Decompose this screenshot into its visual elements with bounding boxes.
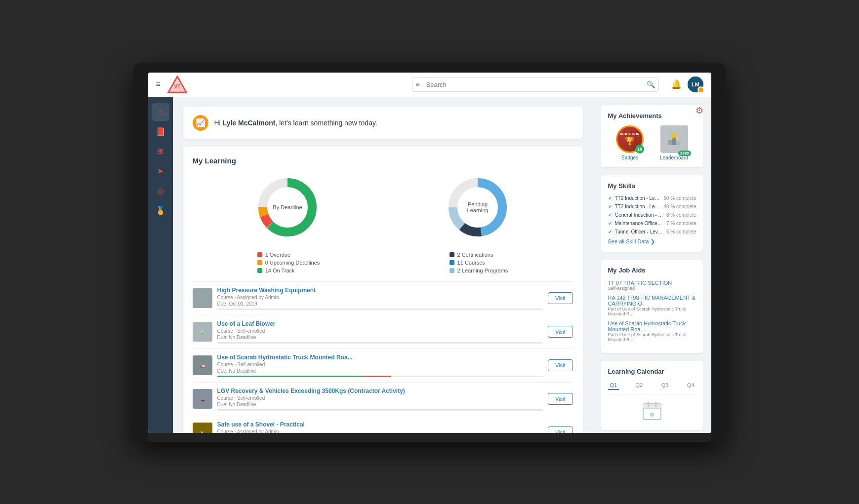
visit-button[interactable]: Visit (548, 359, 573, 371)
legend-row: 1 Overdue 0 Upcoming Deadlines 14 On Tra… (193, 252, 573, 273)
svg-text:VT: VT (174, 84, 180, 89)
badge-circle: INDUCTION 🏆 16 (616, 125, 644, 153)
skill-percent: 8 % complete (666, 212, 696, 218)
sidebar-item-grid[interactable]: ⊞ (152, 143, 169, 160)
course-meta: Course · Self-enrolled (217, 362, 543, 367)
book-icon: 📕 (156, 127, 165, 136)
skill-percent: 50 % complete (663, 195, 696, 201)
job-aid-link[interactable]: Use of Scarab Hydrostatic Truck Mounted … (608, 320, 696, 332)
ontrack-label: 14 On Track (265, 268, 295, 273)
badge-emoji: 🏆 (620, 136, 640, 146)
job-aids-title: My Job Aids (608, 267, 696, 274)
avatar[interactable]: LM (688, 77, 703, 92)
logo: VT (166, 76, 188, 93)
see-all-skill-link[interactable]: See all Skill Data ❯ (608, 238, 696, 245)
visit-button[interactable]: Visit (548, 393, 573, 405)
course-progress-fill (217, 376, 364, 377)
charts-row: By Deadline (193, 173, 573, 242)
svg-text:🔧: 🔧 (200, 296, 205, 301)
svg-text:🚗: 🚗 (200, 397, 205, 402)
job-aid-link[interactable]: RA 142 TRAFFIC MANAGEMENT & CARRYING O (608, 295, 696, 307)
sidebar-item-book[interactable]: 📕 (152, 123, 169, 141)
medal-icon: 🏅 (156, 206, 165, 215)
skill-item: ✔ Tunnel Officer - Level 2 5 % complete (608, 229, 696, 234)
home-icon: ⌂ (158, 108, 163, 116)
topbar: ≡ VT ≡ 🔍 🔔 LM (148, 73, 711, 97)
quarter-q3[interactable]: Q3 (659, 381, 671, 390)
course-title[interactable]: Use of a Leaf Blower (217, 320, 543, 327)
visit-button[interactable]: Visit (548, 326, 573, 338)
quarter-q1[interactable]: Q1 (608, 381, 619, 390)
svg-rect-28 (676, 141, 680, 145)
target-icon: ◎ (157, 186, 164, 195)
legend-left: 1 Overdue 0 Upcoming Deadlines 14 On Tra… (257, 252, 320, 273)
job-aid-sub: Part of Use of Scarab Hydrostatic Truck … (608, 332, 696, 342)
ontrack-dot (257, 268, 262, 273)
skill-item: ✔ TT2 Induction - Level 3 50 % complete (608, 195, 696, 201)
skill-name[interactable]: General Induction - L... (615, 212, 663, 218)
skill-name[interactable]: Maintenance Officer -... (615, 221, 663, 226)
course-list: 🔧 High Pressure Washing Equipment Course… (193, 281, 573, 433)
course-info: High Pressure Washing Equipment Course ·… (217, 287, 543, 310)
legend-right: 2 Certifications 11 Courses 2 Learning P… (450, 252, 508, 273)
sidebar-item-medal[interactable]: 🏅 (152, 202, 169, 220)
topbar-right: 🔔 LM (671, 77, 703, 92)
quarter-q2[interactable]: Q2 (634, 381, 645, 390)
course-title[interactable]: Use of Scarab Hydrostatic Truck Mounted … (217, 354, 543, 361)
skill-name[interactable]: Tunnel Officer - Level 2 (615, 229, 663, 234)
courses-label: 11 Courses (457, 260, 485, 266)
legend-upcoming: 0 Upcoming Deadlines (257, 260, 320, 266)
svg-text:LM: LM (692, 81, 699, 87)
pending-label: Pending Learning (460, 201, 495, 213)
greeting-card: 📈 Hi Lyle McCalmont, let's learn somethi… (183, 107, 583, 139)
course-meta: Course · Assigned by Admin (217, 429, 543, 433)
pending-donut: Pending Learning (443, 173, 512, 242)
course-meta: Course · Self-enrolled (217, 395, 543, 401)
notification-bell-icon[interactable]: 🔔 (671, 79, 682, 90)
skill-name[interactable]: TT2 Induction - Level 1 (615, 204, 661, 209)
table-row: 🍃 Use of a Leaf Blower Course · Self-enr… (193, 315, 573, 349)
quarter-q4[interactable]: Q4 (685, 381, 696, 390)
course-thumb: 🍃 (193, 322, 212, 342)
greeting-icon: 📈 (193, 115, 208, 131)
search-input[interactable] (412, 78, 659, 92)
course-title[interactable]: Safe use of a Shovel - Practical (217, 421, 543, 428)
badges-item[interactable]: INDUCTION 🏆 16 Badges (616, 125, 644, 160)
content-area: 📈 Hi Lyle McCalmont, let's learn somethi… (173, 97, 593, 433)
course-progress-bar (217, 376, 543, 377)
course-title[interactable]: High Pressure Washing Equipment (217, 287, 543, 294)
sidebar-item-arrow[interactable]: ➤ (152, 162, 169, 180)
badges-label[interactable]: Badges (621, 155, 638, 160)
leaderboard-icon: 2380 (660, 125, 688, 153)
visit-button[interactable]: Visit (548, 426, 573, 433)
svg-point-35 (650, 413, 654, 417)
sidebar: ⌂ 📕 ⊞ ➤ ◎ 🏅 (148, 97, 173, 433)
course-progress-bar (217, 342, 543, 344)
right-panel: ⚙ My Achievements INDUCTION 🏆 (593, 97, 711, 433)
skill-percent: 5 % complete (666, 229, 696, 234)
gear-button[interactable]: ⚙ (695, 105, 703, 116)
skills-card: My Skills ✔ TT2 Induction - Level 3 50 %… (601, 175, 703, 252)
menu-icon[interactable]: ≡ (156, 80, 161, 89)
grid-icon: ⊞ (157, 147, 164, 156)
cert-dot (450, 252, 454, 257)
table-row: ⛏ Safe use of a Shovel - Practical Cours… (193, 416, 573, 433)
course-info: Safe use of a Shovel - Practical Course … (217, 421, 543, 433)
skill-check-icon: ✔ (608, 229, 612, 234)
course-meta: Course · Self-enrolled (217, 328, 543, 334)
sidebar-item-home[interactable]: ⌂ (152, 103, 169, 121)
job-aid-link[interactable]: TT 07 TRAFFIC SECTION (608, 280, 696, 286)
sidebar-item-target[interactable]: ◎ (152, 182, 169, 200)
skill-check-icon: ✔ (608, 204, 612, 209)
skill-name[interactable]: TT2 Induction - Level 3 (615, 195, 661, 201)
deadline-chart: By Deadline (253, 173, 322, 242)
visit-button[interactable]: Visit (548, 292, 573, 304)
course-title[interactable]: LGV Recovery & Vehicles Exceeding 3500Kg… (217, 388, 543, 394)
course-progress-bar (217, 409, 543, 411)
upcoming-label: 0 Upcoming Deadlines (265, 260, 320, 266)
skill-check-icon: ✔ (608, 212, 612, 218)
greeting-suffix: , let's learn something new today. (275, 119, 377, 127)
deadline-label: By Deadline (273, 204, 302, 210)
leaderboard-item[interactable]: 2380 Leaderboard (660, 125, 688, 160)
skill-check-icon: ✔ (608, 195, 612, 201)
